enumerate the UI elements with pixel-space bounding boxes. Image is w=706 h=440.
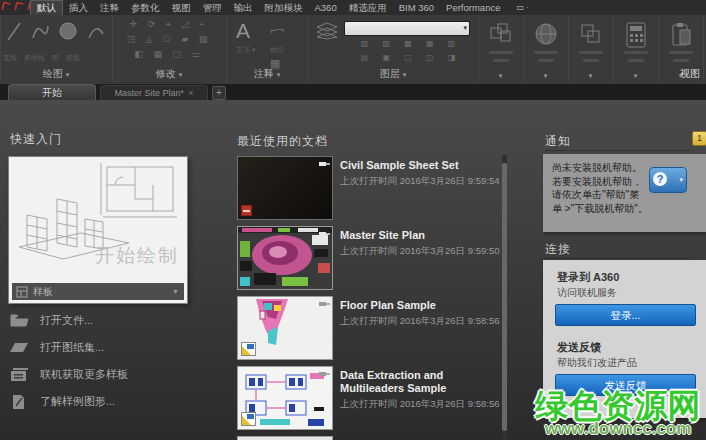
arc-tool-icon[interactable]: [87, 20, 105, 42]
tab-start[interactable]: 开始: [8, 84, 96, 100]
recent-doc-civil-sample[interactable]: Civil Sample Sheet Set 上次打开时间 2016年3月26日…: [237, 156, 505, 226]
tab-master-site-plan[interactable]: Master Site Plan*×: [100, 85, 208, 100]
doc-title[interactable]: Civil Sample Sheet Set: [340, 159, 502, 172]
tab-doc-label: Master Site Plan*: [115, 88, 185, 98]
close-icon[interactable]: ×: [188, 88, 193, 98]
open-sheet-set-link[interactable]: 打开图纸集...: [10, 334, 230, 361]
ribbon-tab-a360[interactable]: A360: [309, 0, 343, 15]
dimension-icon[interactable]: ⌐¬: [270, 23, 284, 37]
doc-title[interactable]: Master Site Plan: [340, 229, 502, 242]
template-icon: [16, 286, 28, 298]
globe-icon: [534, 22, 558, 46]
polyline-label: 多段线: [24, 53, 45, 63]
layer-icons-row1: ▧ ▨ ▩ ▦ ▥: [344, 39, 478, 48]
ribbon-tab-annotate[interactable]: 注释: [94, 0, 125, 15]
modify-panel-label[interactable]: 修改▾: [112, 67, 226, 81]
ribbon-tab-insert[interactable]: 插入: [63, 0, 94, 15]
help-download-button[interactable]: ? ▾: [649, 167, 687, 193]
ribbon-tab-bim360[interactable]: BIM 360: [393, 0, 440, 15]
groups-panel[interactable]: ▾: [568, 15, 614, 83]
dimension-label: 标注: [270, 45, 284, 55]
doc-title[interactable]: Data Extraction and Multileaders Sample: [340, 369, 502, 395]
doc-meta: 上次打开时间 2016年3月26日 9:58:56: [340, 315, 502, 328]
block-panel[interactable]: ▾: [478, 15, 524, 83]
ribbon-tab-manage[interactable]: 管理: [197, 0, 228, 15]
recent-doc-master-site-plan[interactable]: Master Site Plan 上次打开时间 2016年3月26日 9:59:…: [237, 226, 505, 296]
notification-message: 尚未安装脱机帮助。若要安装脱机帮助，请依次单击"帮助"菜单 >"下载脱机帮助"。: [552, 161, 648, 215]
recent-doc-floor-plan[interactable]: Floor Plan Sample 上次打开时间 2016年3月26日 9:58…: [237, 296, 505, 366]
doc-meta: 上次打开时间 2016年3月26日 9:59:54: [340, 175, 502, 188]
ribbon-tab-output[interactable]: 输出: [228, 0, 259, 15]
quickstart-links: 打开文件... 打开图纸集... 联机获取更多样板 了解样例图形...: [10, 307, 230, 415]
line-tool-icon[interactable]: [6, 20, 22, 42]
modify-icons-row2: ◳ ◬ ⬠ ▰ ▧: [112, 34, 226, 44]
dropdown-caret-icon: ▼: [172, 288, 179, 295]
dropdown-caret-icon: ▾: [463, 24, 467, 32]
recent-docs-scrollbar[interactable]: [502, 155, 507, 440]
notification-count-badge: 1: [692, 131, 706, 146]
ribbon-tab-view[interactable]: 视图: [166, 0, 197, 15]
help-icon: ?: [653, 172, 667, 186]
open-files-link[interactable]: 打开文件...: [10, 307, 230, 334]
ribbon-tab-parametric[interactable]: 参数化: [125, 0, 166, 15]
draw-tool-labels: 直线 多段线 圆 圆弧: [3, 53, 80, 63]
doc-meta: 上次打开时间 2016年3月26日 9:58:56: [340, 398, 502, 411]
dropdown-caret-icon: ▾: [499, 72, 503, 80]
watermark-site-url: www.downcc.com: [528, 419, 706, 439]
ribbon-tab-default[interactable]: 默认: [30, 0, 63, 15]
annotate-panel-label[interactable]: 注释▾: [226, 67, 308, 81]
pin-icon[interactable]: [318, 228, 330, 240]
file-tab-bar: 开始 Master Site Plan*× +: [0, 84, 706, 100]
ribbon-tab-addins[interactable]: 附加模块: [259, 0, 309, 15]
menu-bar: 默认 插入 注释 参数化 视图 管理 输出 附加模块 A360 精选应用 BIM…: [0, 0, 706, 15]
sample-drawings-link[interactable]: 了解样例图形...: [10, 388, 230, 415]
template-dropdown[interactable]: 样板 ▼: [12, 283, 184, 300]
pin-icon[interactable]: [318, 368, 330, 380]
folder-icon: [10, 313, 29, 328]
get-templates-online-link[interactable]: 联机获取更多样板: [10, 361, 230, 388]
feedback-subtitle: 帮助我们改进产品: [557, 356, 637, 370]
pin-icon[interactable]: [318, 298, 330, 310]
notifications-heading: 通知: [545, 133, 690, 151]
signin-button[interactable]: 登录...: [555, 304, 696, 326]
dropdown-caret-icon: ▾: [66, 71, 70, 78]
ribbon-tab-performance[interactable]: Performance: [440, 0, 506, 15]
dropdown-caret-icon: ▾: [679, 176, 683, 184]
circle-tool-icon[interactable]: [58, 20, 78, 42]
ribbon-tab-featured-apps[interactable]: 精选应用: [343, 0, 393, 15]
draw-tool-icons: [6, 20, 105, 42]
group-icon: [579, 22, 603, 46]
draw-panel-label[interactable]: 绘图▾: [0, 67, 112, 81]
clipboard-icon: [670, 22, 692, 48]
start-drawing-card[interactable]: 开始绘制 样板 ▼: [8, 156, 188, 304]
arc-label: 圆弧: [66, 53, 80, 63]
layers-panel-label[interactable]: 图层▾: [308, 67, 478, 81]
doc-title[interactable]: Floor Plan Sample: [340, 299, 502, 312]
pin-icon[interactable]: [318, 158, 330, 170]
ribbon-tab-strip: 默认 插入 注释 参数化 视图 管理 输出 附加模块 A360 精选应用 BIM…: [30, 0, 529, 15]
start-drawing-label[interactable]: 开始绘制: [95, 243, 179, 269]
recent-docs-heading: 最近使用的文档: [237, 133, 328, 150]
recent-doc-partial[interactable]: [237, 436, 333, 440]
dwg-file-badge: [241, 342, 256, 356]
calculator-icon: [625, 22, 647, 48]
properties-panel[interactable]: ▾: [523, 15, 569, 83]
utilities-panel[interactable]: ▾: [613, 15, 659, 83]
doc-meta: 上次打开时间 2016年3月26日 9:59:50: [340, 245, 502, 258]
dropdown-caret-icon: ▾: [589, 72, 593, 80]
ribbon-overflow-icon[interactable]: ▭ ·: [516, 0, 528, 15]
recent-doc-data-extraction[interactable]: Data Extraction and Multileaders Sample …: [237, 366, 505, 436]
scrollbar-thumb[interactable]: [502, 163, 507, 431]
view-panel-label[interactable]: 视图: [680, 67, 700, 81]
layer-select[interactable]: ▾: [344, 21, 470, 36]
draw-panel: 直线 多段线 圆 圆弧 绘图▾: [0, 15, 113, 83]
layers-icon[interactable]: [316, 22, 338, 40]
dropdown-caret-icon: ▾: [403, 71, 407, 78]
new-tab-button[interactable]: +: [212, 86, 226, 100]
sample-drawing-icon: [10, 394, 29, 410]
polyline-tool-icon[interactable]: [31, 20, 49, 42]
template-label: 样板: [33, 285, 169, 299]
sheet-set-icon: [10, 341, 29, 354]
a360-signin-title: 登录到 A360: [557, 270, 619, 285]
text-tool-icon[interactable]: A: [236, 19, 250, 43]
